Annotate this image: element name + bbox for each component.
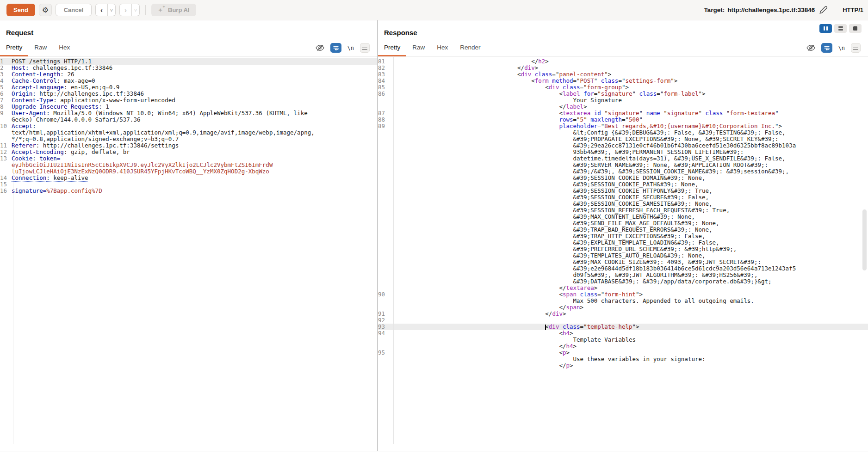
line-number (378, 155, 390, 162)
history-forward-split: › ˅ (119, 4, 140, 16)
hide-nonprintable-eye-slash-icon[interactable] (806, 44, 815, 51)
code-row: 82</div> (378, 65, 868, 71)
request-editor[interactable]: 1POST /settings HTTP/1.12Host: challenge… (0, 57, 377, 444)
chevron-down-icon: ˅ (134, 7, 137, 13)
response-tabs: PrettyRawHexRender \n (378, 39, 868, 57)
send-button[interactable]: Send (6, 4, 35, 16)
history-back-split: ‹ ˅ (95, 4, 116, 16)
word-wrap-toggle-icon[interactable] (821, 43, 832, 53)
tab-hex[interactable]: Hex (431, 39, 454, 56)
edit-target-button[interactable] (818, 5, 828, 15)
code-row: </span> (378, 304, 868, 311)
tab-pretty[interactable]: Pretty (378, 39, 406, 56)
gutter-divider (13, 57, 13, 444)
line-number (378, 220, 390, 227)
line-number (378, 285, 390, 291)
line-number (378, 175, 390, 181)
code-row: 8Upgrade-Insecure-Requests: 1 (0, 104, 377, 110)
code-row: &#39;SESSION_COOKIE_DOMAIN&#39;: None, (378, 175, 868, 181)
vertical-scrollbar-thumb[interactable] (862, 209, 867, 270)
show-newlines-icon[interactable]: \n (347, 45, 354, 51)
line-number (378, 337, 390, 343)
line-number (378, 201, 390, 207)
burp-ai-button[interactable]: ✦✦ Burp AI (151, 4, 196, 16)
line-number (378, 265, 390, 272)
line-number (378, 214, 390, 220)
code-row: &#39;TEMPLATES_AUTO_RELOAD&#39;: None, (378, 252, 868, 259)
send-settings-gear-button[interactable]: ⚙ (39, 4, 52, 16)
line-number: 91 (378, 311, 390, 317)
code-row: 6Origin: http://challenges.1pc.tf:33846 (0, 91, 377, 97)
line-number: 88 (378, 117, 390, 123)
code-row: luIjowLCJleHAiOjE3NzExNzQ0ODR9.410JSUR45… (0, 168, 377, 175)
code-row: &#39;SESSION_COOKIE_HTTPONLY&#39;: True, (378, 188, 868, 194)
code-row: 93bb4&#39;, &#39;PERMANENT_SESSION_LIFET… (378, 149, 868, 155)
response-editor[interactable]: 81</h2>82</div>83<div class="panel-conte… (378, 57, 868, 444)
line-number (378, 188, 390, 194)
gear-icon: ⚙ (42, 6, 49, 14)
code-row: 85<div class="form-group"> (378, 84, 868, 91)
line-number: 10 (0, 123, 9, 129)
history-back-dropdown[interactable]: ˅ (108, 4, 116, 16)
tab-render[interactable]: Render (454, 39, 486, 56)
tab-hex[interactable]: Hex (53, 39, 76, 56)
code-row: 91</div> (378, 311, 868, 317)
code-row: 84<form method="POST" class="settings-fo… (378, 78, 868, 84)
code-row: 9User-Agent: Mozilla/5.0 (Windows NT 10.… (0, 110, 377, 117)
toolbar: Send ⚙ Cancel ‹ ˅ › ˅ ✦✦ Burp AI Target: (0, 0, 868, 20)
code-row: Max 500 characters. Appended to all outg… (378, 298, 868, 304)
line-number (378, 356, 390, 362)
line-number: 11 (0, 142, 9, 149)
code-row: &#39;/&#39;, &#39;SESSION_COOKIE_NAME&#3… (378, 168, 868, 175)
line-number: 83 (378, 71, 390, 78)
code-row: 86<label for="signature" class="form-lab… (378, 91, 868, 97)
line-number: 86 (378, 91, 390, 97)
editor-menu-icon[interactable] (360, 43, 370, 53)
code-row: &#39;SESSION_COOKIE_SAMESITE&#39;: None, (378, 201, 868, 207)
word-wrap-toggle-icon[interactable] (330, 43, 341, 53)
line-number: 8 (0, 104, 9, 110)
code-row: 13Cookie: token= (0, 155, 377, 162)
code-row: 4Cache-Control: max-age=0 (0, 78, 377, 84)
history-back-button[interactable]: ‹ (95, 4, 108, 16)
layout-columns-button[interactable] (819, 24, 832, 33)
tab-raw[interactable]: Raw (406, 39, 431, 56)
line-number: 15 (0, 181, 9, 188)
line-number (378, 259, 390, 265)
cancel-button[interactable]: Cancel (56, 4, 92, 16)
line-number: 2 (0, 65, 9, 71)
tab-raw[interactable]: Raw (28, 39, 53, 56)
code-row: </label> (378, 104, 868, 110)
code-row: 87<textarea id="signature" name="signatu… (378, 110, 868, 117)
code-row: 94<h4> (378, 330, 868, 337)
code-row: d09f5&#39;, &#39;JWT_ALGORITHM&#39;: &#3… (378, 272, 868, 278)
line-number: 6 (0, 91, 9, 97)
layout-single-button[interactable] (849, 24, 862, 33)
layout-rows-button[interactable] (834, 24, 847, 33)
history-forward-button[interactable]: › (119, 4, 132, 16)
history-forward-dropdown[interactable]: ˅ (132, 4, 140, 16)
line-number (378, 142, 390, 149)
line-number (378, 298, 390, 304)
code-row: 11Referer: http://challenges.1pc.tf:3384… (0, 142, 377, 149)
response-panel-title: Response (378, 20, 868, 39)
response-editor-icons: \n (806, 39, 868, 56)
line-number (378, 343, 390, 350)
line-number (378, 272, 390, 278)
line-number (378, 149, 390, 155)
line-number (378, 278, 390, 285)
line-number: 5 (0, 84, 9, 91)
line-number (0, 129, 9, 136)
http-version-selector[interactable]: HTTP/1 (843, 6, 863, 13)
code-row: 16signature=%7Bapp.config%7D (0, 188, 377, 194)
tab-pretty[interactable]: Pretty (0, 39, 28, 56)
editor-menu-icon[interactable] (851, 43, 861, 53)
line-number (378, 239, 390, 246)
code-row: &lt;Config {&#39;DEBUG&#39;: False, &#39… (378, 129, 868, 136)
code-row: */*;q=0.8,application/signed-exchange;v=… (0, 136, 377, 142)
line-number: 94 (378, 330, 390, 337)
hide-nonprintable-eye-slash-icon[interactable] (316, 44, 324, 51)
line-number (378, 129, 390, 136)
show-newlines-icon[interactable]: \n (838, 45, 845, 51)
line-number: 89 (378, 123, 390, 129)
